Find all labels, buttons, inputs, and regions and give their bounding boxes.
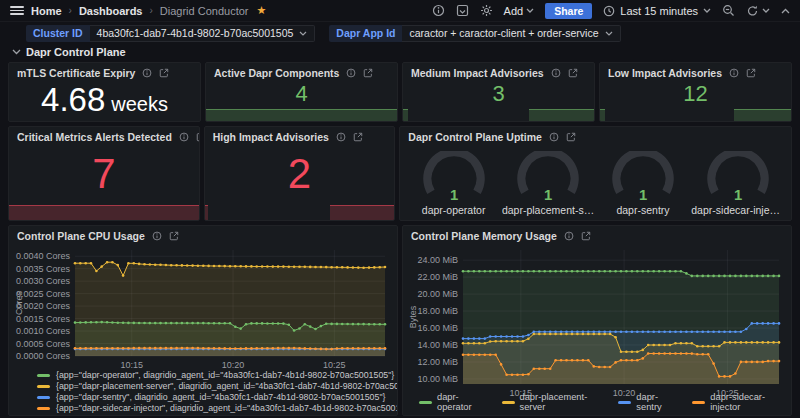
panel-title: High Impact Advisories: [213, 131, 329, 143]
gauge-value: 1: [544, 187, 552, 203]
chevron-down-icon: [299, 31, 307, 36]
chevron-down-icon: [605, 31, 613, 36]
cluster-id-label: Cluster ID: [26, 25, 90, 42]
legend-color-dash: [37, 407, 50, 410]
top-nav: Home › Dashboards › Diagrid Conductor ★ …: [0, 0, 800, 22]
gauge-arc: 1: [414, 151, 494, 203]
legend-color-dash: [502, 401, 515, 404]
add-button[interactable]: Add: [504, 5, 535, 17]
legend-item[interactable]: dapr-sentry: [618, 392, 678, 412]
stats-row-2: Critical Metrics Alerts Detected 7 High …: [0, 126, 800, 221]
collapse-toolbar-icon[interactable]: [781, 8, 790, 14]
stat-value: 3: [403, 79, 594, 109]
svg-text:18.00 MiB: 18.00 MiB: [417, 306, 458, 316]
svg-text:0.0005 Cores: 0.0005 Cores: [16, 339, 71, 349]
refresh-icon[interactable]: [746, 5, 770, 17]
cluster-id-select[interactable]: 4ba30fc1-dab7-4b1d-9802-b70ac5001505: [90, 25, 316, 42]
stat-sparkline: [206, 109, 397, 121]
share-button[interactable]: Share: [545, 3, 592, 19]
stat-sparkline: [600, 109, 791, 121]
svg-text:0.0010 Cores: 0.0010 Cores: [16, 326, 71, 336]
panel-links-icon[interactable]: [566, 132, 576, 142]
breadcrumb-home[interactable]: Home: [31, 5, 62, 17]
zoom-out-icon[interactable]: [722, 4, 735, 17]
svg-text:0.0020 Cores: 0.0020 Cores: [16, 301, 71, 311]
panel-info-icon[interactable]: [549, 132, 559, 142]
svg-text:0.0030 Cores: 0.0030 Cores: [16, 276, 71, 286]
memory-usage-legend: dapr-operatordapr-placement-serverdapr-s…: [419, 392, 787, 412]
svg-text:0.0040 Cores: 0.0040 Cores: [16, 251, 71, 261]
panel-dapr-control-plane-uptime: Dapr Control Plane Uptime 1 dapr-operato…: [399, 126, 792, 221]
legend-item[interactable]: {app="dapr-placement-server", diagridio_…: [37, 381, 393, 391]
breadcrumb-separator: ›: [69, 5, 72, 16]
legend-color-dash: [37, 385, 50, 388]
panel-info-icon[interactable]: [336, 132, 346, 142]
gauge-arc: 1: [698, 151, 778, 203]
stat-value: 12: [600, 79, 791, 109]
stats-row-1: mTLS Certificate Expiry 4.68 weeks Activ…: [0, 62, 800, 122]
svg-text:14.00 MiB: 14.00 MiB: [417, 340, 458, 350]
panel-links-icon[interactable]: [568, 68, 578, 78]
svg-text:20.00 MiB: 20.00 MiB: [417, 289, 458, 299]
panel-info-icon[interactable]: [179, 132, 189, 142]
panel-critical-metrics-alerts: Critical Metrics Alerts Detected 7: [8, 126, 200, 221]
dapr-app-id-select[interactable]: caractor + caractor-client + order-servi…: [402, 25, 620, 42]
dapr-app-id-variable: Dapr App Id caractor + caractor-client +…: [329, 25, 620, 42]
panel-title: Medium Impact Advisories: [411, 67, 544, 79]
gauge-value: 1: [734, 187, 742, 203]
panel-links-icon[interactable]: [159, 68, 169, 78]
panel-control-plane-memory-usage: Control Plane Memory Usage 24.00 MiB22.0…: [402, 225, 792, 416]
svg-text:0.0025 Cores: 0.0025 Cores: [16, 289, 71, 299]
svg-text:10:20: 10:20: [222, 360, 245, 370]
panel-info-icon[interactable]: [152, 231, 162, 241]
panel-control-plane-cpu-usage: Control Plane CPU Usage 0.0040 Cores0.00…: [8, 225, 398, 416]
svg-text:12.00 MiB: 12.00 MiB: [417, 357, 458, 367]
time-range-picker[interactable]: Last 15 minutes: [603, 5, 711, 17]
favorite-star-icon[interactable]: ★: [256, 4, 266, 17]
panel-links-icon[interactable]: [353, 132, 363, 142]
legend-item[interactable]: dapr-placement-server: [502, 392, 605, 412]
legend-item[interactable]: dapr-sidecar-injector: [692, 392, 787, 412]
svg-text:0.0035 Cores: 0.0035 Cores: [16, 264, 71, 274]
gauge-arc: 1: [603, 151, 683, 203]
save-dashboard-icon[interactable]: [456, 4, 469, 17]
panel-info-icon[interactable]: [142, 68, 152, 78]
gauge-row: 1 dapr-operator 1 dapr-placement-server …: [406, 151, 785, 216]
legend-color-dash: [37, 396, 50, 399]
svg-text:0.0015 Cores: 0.0015 Cores: [16, 314, 71, 324]
stat-sparkline: [205, 205, 395, 220]
menu-icon[interactable]: [10, 6, 24, 15]
panel-title: Dapr Control Plane Uptime: [408, 131, 542, 143]
variables-row: Cluster ID 4ba30fc1-dab7-4b1d-9802-b70ac…: [0, 22, 800, 44]
panel-links-icon[interactable]: [196, 132, 200, 142]
panel-mtls-certificate-expiry: mTLS Certificate Expiry 4.68 weeks: [8, 62, 201, 122]
gauge-label: dapr-placement-server: [502, 204, 595, 216]
panel-active-dapr-components: Active Dapr Components 4: [205, 62, 398, 122]
legend-item[interactable]: dapr-operator: [419, 392, 488, 412]
panel-info-icon[interactable]: [551, 68, 561, 78]
uptime-gauge: 1 dapr-placement-server: [501, 151, 596, 216]
gauge-value: 1: [639, 187, 647, 203]
legend-item[interactable]: {app="dapr-sidecar-injector", diagridio_…: [37, 403, 393, 413]
breadcrumb-dashboards[interactable]: Dashboards: [79, 5, 143, 17]
legend-item[interactable]: {app="dapr-sentry", diagridio_agent_id="…: [37, 392, 393, 402]
panel-info-icon[interactable]: [729, 68, 739, 78]
breadcrumb-separator: ›: [149, 5, 152, 16]
svg-text:24.00 MiB: 24.00 MiB: [417, 255, 458, 265]
legend-color-dash: [692, 401, 705, 404]
panel-links-icon[interactable]: [169, 231, 179, 241]
panel-info-icon[interactable]: [564, 231, 574, 241]
panel-links-icon[interactable]: [363, 68, 373, 78]
svg-text:Cores: Cores: [14, 291, 24, 316]
dashboard-settings-icon[interactable]: [480, 4, 493, 17]
stat-value: 2: [205, 143, 395, 205]
panel-info-icon[interactable]: [346, 68, 356, 78]
top-nav-actions: Add Share Last 15 minutes: [432, 3, 790, 19]
legend-item[interactable]: {app="dapr-operator", diagridio_agent_id…: [37, 370, 393, 380]
section-dapr-control-plane[interactable]: Dapr Control Plane: [0, 44, 800, 60]
panel-links-icon[interactable]: [581, 231, 591, 241]
gauge-arc: 1: [508, 151, 588, 203]
info-circle-icon[interactable]: [432, 4, 445, 17]
panel-title: Low Impact Advisories: [608, 67, 722, 79]
panel-links-icon[interactable]: [746, 68, 756, 78]
